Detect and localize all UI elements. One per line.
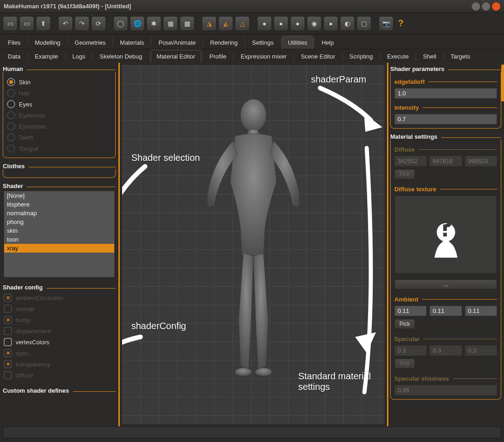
diffuse-g-input[interactable]: 997616 — [429, 156, 462, 166]
diffuse-pick-button[interactable]: Pick — [394, 169, 415, 179]
main-tab-materials[interactable]: Materials — [114, 36, 150, 49]
shader-item-xray[interactable]: xray — [4, 244, 114, 253]
smooth-icon[interactable]: ◯ — [113, 16, 128, 31]
redo-icon[interactable]: ↷ — [75, 16, 89, 31]
main-tab-help[interactable]: Help — [316, 36, 340, 49]
viewport-3d[interactable]: Shader selection shaderConfig shaderPara… — [122, 65, 385, 425]
symmetry-r-icon[interactable]: ◭ — [218, 16, 233, 31]
mirror-icon[interactable]: ◐ — [340, 16, 355, 31]
shader-item-toon[interactable]: toon — [4, 235, 114, 244]
shader-item-none[interactable]: [None] — [4, 191, 114, 200]
main-tab-rendering[interactable]: Rendering — [204, 36, 244, 49]
sphere2-icon[interactable]: ● — [274, 16, 288, 31]
main-tab-settings[interactable]: Settings — [246, 36, 280, 49]
scrollbar[interactable] — [501, 65, 504, 101]
sub-tab-profile[interactable]: Profile — [204, 50, 233, 63]
grid-icon[interactable]: ▦ — [163, 16, 178, 31]
diffuse-b-input[interactable]: 999523 — [465, 156, 497, 166]
symmetry-both-icon[interactable]: △ — [235, 16, 250, 31]
sub-tab-data[interactable]: Data — [2, 50, 26, 63]
intensity-input[interactable]: 0.7 — [394, 114, 497, 124]
specular-r-input[interactable]: 0.3 — [394, 345, 427, 356]
option-label: transparency — [16, 361, 50, 368]
diffuse-texture-preview[interactable] — [394, 195, 497, 274]
human-option-skin[interactable]: Skin — [7, 77, 111, 88]
sphere4-icon[interactable]: ◉ — [307, 16, 322, 31]
sub-tab-scripting[interactable]: Scripting — [344, 50, 379, 63]
sub-tab-scene-editor[interactable]: Scene Editor — [295, 50, 341, 63]
diffuse-texture-browse-button[interactable]: ... — [394, 279, 497, 289]
sphere5-icon[interactable]: ● — [323, 16, 338, 31]
checker-icon[interactable]: ▩ — [180, 16, 194, 31]
specular-label: Specular — [394, 336, 420, 342]
main-tab-files[interactable]: Files — [2, 36, 26, 49]
material-settings-title: Material settings — [390, 133, 438, 140]
option-label: displacement — [16, 328, 51, 335]
shader-item-phong[interactable]: phong — [4, 218, 114, 226]
ambient-r-input[interactable]: 0.11 — [394, 306, 427, 316]
undo-icon[interactable]: ↶ — [58, 16, 73, 31]
left-sidebar: Human SkinHairEyesEyebrowsEyelashesTeeth… — [0, 63, 120, 427]
status-input[interactable] — [3, 426, 501, 438]
specular-g-input[interactable]: 0.3 — [429, 345, 462, 356]
option-label: bump — [16, 317, 31, 324]
ambient-g-input[interactable]: 0.11 — [429, 306, 462, 316]
export-icon[interactable]: ⬆ — [36, 16, 51, 31]
shader-item-litsphere[interactable]: litsphere — [4, 200, 114, 209]
wireframe-icon[interactable]: 🌐 — [130, 16, 145, 31]
sub-tab-skeleton-debug[interactable]: Skeleton Debug — [94, 50, 148, 63]
sub-tab-logs[interactable]: Logs — [66, 50, 91, 63]
edgefalloff-input[interactable]: 1.0 — [394, 88, 497, 99]
ambient-pick-button[interactable]: Pick — [394, 319, 415, 329]
sphere3-icon[interactable]: ● — [290, 16, 305, 31]
maximize-icon[interactable] — [482, 2, 490, 11]
sphere1-icon[interactable]: ● — [257, 16, 272, 31]
main-tab-pose-animate[interactable]: Pose/Animate — [152, 36, 202, 49]
sub-tab-execute[interactable]: Execute — [381, 50, 415, 63]
option-label: Teeth — [19, 134, 34, 141]
new-file-icon[interactable]: ▭ — [3, 16, 18, 31]
annotation-shader-param: shaderParam — [311, 74, 366, 85]
main-tabs: FilesModellingGeometriesMaterialsPose/An… — [0, 34, 504, 49]
sub-tab-material-editor[interactable]: Material Editor — [151, 50, 201, 63]
open-file-icon[interactable]: ▭ — [19, 16, 34, 31]
radio-icon — [7, 133, 15, 141]
camera-icon[interactable]: 📷 — [379, 16, 393, 31]
close-icon[interactable] — [492, 2, 500, 11]
help-icon[interactable]: ? — [398, 18, 404, 29]
pose-icon[interactable]: ✱ — [147, 16, 161, 31]
svg-point-2 — [235, 368, 252, 376]
diffuse-r-input[interactable]: 342552 — [394, 156, 427, 166]
human-model[interactable] — [184, 90, 322, 385]
sub-tab-example[interactable]: Example — [29, 50, 64, 63]
symmetry-l-icon[interactable]: ◮ — [202, 16, 217, 31]
refresh-icon[interactable]: ⟳ — [91, 16, 106, 31]
checkbox-icon — [4, 349, 12, 357]
box-icon[interactable]: ▢ — [357, 16, 371, 31]
shader-item-normalmap[interactable]: normalmap — [4, 209, 114, 218]
option-label: Hair — [19, 90, 30, 97]
radio-icon — [7, 122, 15, 130]
ambient-b-input[interactable]: 0.11 — [465, 306, 497, 316]
main-tab-utilities[interactable]: Utilities — [282, 36, 313, 49]
shader-list[interactable]: [None]litspherenormalmapphongskintoonxra… — [4, 191, 115, 277]
main-tab-geometries[interactable]: Geometries — [69, 36, 111, 49]
arrow-icon — [351, 139, 385, 397]
shader-group: Shader [None]litspherenormalmapphongskin… — [3, 183, 116, 279]
sub-tab-targets[interactable]: Targets — [445, 50, 476, 63]
radio-icon — [7, 78, 15, 86]
specular-pick-button[interactable]: Pick — [394, 359, 415, 369]
shader-config-vertexcolors[interactable]: vertexColors — [4, 336, 115, 348]
svg-marker-7 — [355, 332, 376, 353]
sub-tab-shell[interactable]: Shell — [417, 50, 442, 63]
minimize-icon[interactable] — [472, 2, 480, 11]
annotation-shader-config: shaderConfig — [131, 321, 186, 331]
sub-tab-expression-mixer[interactable]: Expression mixer — [234, 50, 293, 63]
human-option-eyes[interactable]: Eyes — [7, 99, 111, 110]
specular-b-input[interactable]: 0.3 — [465, 345, 497, 356]
main-tab-modelling[interactable]: Modelling — [29, 36, 66, 49]
shader-item-skin[interactable]: skin — [4, 226, 114, 235]
viewport-wrap: Shader selection shaderConfig shaderPara… — [120, 63, 387, 427]
checkbox-icon — [4, 305, 12, 313]
specular-shininess-input[interactable]: 0.96 — [394, 385, 497, 395]
